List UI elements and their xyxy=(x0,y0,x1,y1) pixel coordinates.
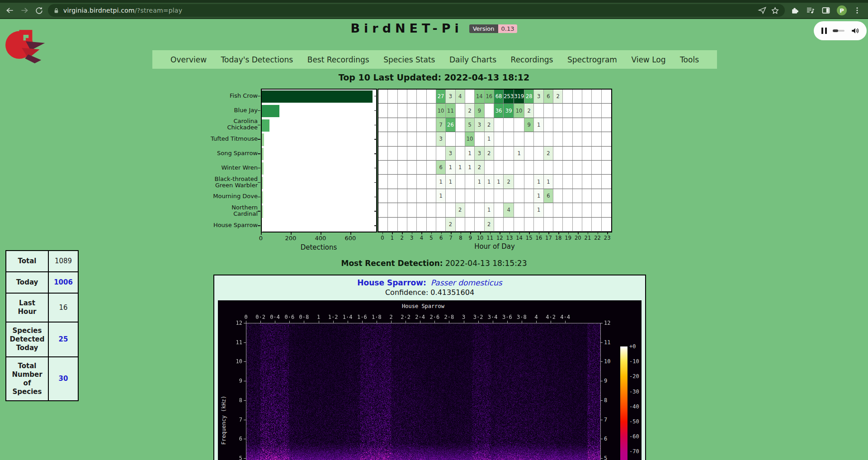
send-icon[interactable] xyxy=(758,6,767,15)
nav-item-best-recordings[interactable]: Best Recordings xyxy=(307,55,369,64)
nav-item-daily-charts[interactable]: Daily Charts xyxy=(449,55,496,64)
nav-item-tools[interactable]: Tools xyxy=(680,55,699,64)
main-nav: OverviewToday's DetectionsBest Recording… xyxy=(152,50,717,69)
nav-item-spectrogram[interactable]: Spectrogram xyxy=(567,55,617,64)
browser-menu-icon[interactable] xyxy=(853,6,861,14)
hour-tick xyxy=(382,232,383,234)
spectrogram: House Sparrow Frequency (kHz) 00·20·40·6… xyxy=(218,300,642,460)
audio-player[interactable] xyxy=(814,21,867,40)
audio-progress-bar[interactable] xyxy=(833,30,844,32)
heatmap-cell xyxy=(398,189,407,203)
species-label-tufted-titmouse: Tufted Titmouse xyxy=(154,132,258,146)
most-recent-label: Most Recent Detection: xyxy=(341,259,443,268)
hour-tick xyxy=(607,232,608,234)
most-recent-line: Most Recent Detection: 2022-04-13 18:15:… xyxy=(0,259,868,268)
bookmark-star-icon[interactable] xyxy=(771,6,779,15)
heatmap-cell xyxy=(592,90,601,104)
spectrogram-x-ticklabel: 1·8 xyxy=(370,314,383,320)
heatmap-cell xyxy=(465,175,475,189)
heatmap-cell xyxy=(592,132,601,146)
heatmap-cell xyxy=(573,203,582,217)
heatmap-cell xyxy=(446,189,455,203)
nav-item-recordings[interactable]: Recordings xyxy=(511,55,553,64)
media-controls-icon[interactable] xyxy=(806,6,815,15)
heatmap-cell xyxy=(582,132,592,146)
spectrogram-x-ticklabel: 1·6 xyxy=(356,314,368,320)
spectrogram-x-ticklabel: 3·2 xyxy=(472,314,485,320)
heatmap-cell: 7 xyxy=(436,118,446,132)
pause-button[interactable] xyxy=(821,28,827,34)
spectrogram-x-tick xyxy=(565,321,566,323)
url-bar[interactable]: virginia.birdnetpi.com/?stream=play xyxy=(48,4,785,17)
heatmap-cell xyxy=(456,189,465,203)
nav-item-overview[interactable]: Overview xyxy=(170,55,207,64)
heatmap-cell: 1 xyxy=(514,147,524,161)
bar-winter-wren xyxy=(262,162,264,175)
spectrogram-x-tick xyxy=(478,321,479,323)
heatmap-cell xyxy=(553,203,563,217)
heatmap-cell xyxy=(553,147,563,161)
heatmap-cell xyxy=(544,203,553,217)
bar-chart-panel xyxy=(261,89,377,232)
spectrogram-x-tick xyxy=(420,321,420,323)
reload-button[interactable] xyxy=(33,5,44,16)
heatmap-cell xyxy=(378,218,388,232)
heatmap-cell xyxy=(417,118,426,132)
side-panel-icon[interactable] xyxy=(821,6,830,15)
stats-value-total-number-of-species[interactable]: 30 xyxy=(48,357,78,401)
heatmap-cell xyxy=(494,203,504,217)
url-text: virginia.birdnetpi.com/?stream=play xyxy=(63,7,754,14)
hour-ticklabel: 19 xyxy=(563,235,573,241)
spectrogram-x-tick xyxy=(536,321,537,323)
volume-icon[interactable] xyxy=(850,26,859,35)
forward-arrow-icon xyxy=(20,6,29,15)
heatmap-cell: 2 xyxy=(465,104,475,118)
spectrogram-title: House Sparrow xyxy=(246,303,600,309)
stats-value-today[interactable]: 1006 xyxy=(48,272,78,293)
heatmap-cell xyxy=(592,203,601,217)
stats-row-total-number-of-species: Total Number of Species30 xyxy=(6,357,78,401)
heatmap-cell: 3 xyxy=(475,118,484,132)
detection-common-name[interactable]: House Sparrow: xyxy=(357,278,426,287)
heatmap-cell xyxy=(504,218,514,232)
heatmap-cell xyxy=(436,147,446,161)
stats-label: Total xyxy=(6,251,48,272)
heatmap-cell: 2 xyxy=(524,104,534,118)
heatmap-cell xyxy=(524,147,534,161)
heatmap-cell xyxy=(602,118,611,132)
detection-confidence: Confidence: 0.41351604 xyxy=(214,288,645,298)
detection-scientific-name: Passer domesticus xyxy=(431,278,502,287)
heatmap-cell xyxy=(388,203,397,217)
hour-ticklabel: 20 xyxy=(573,235,583,241)
spectrogram-y-tick xyxy=(244,342,246,343)
nav-item-today-s-detections[interactable]: Today's Detections xyxy=(221,55,293,64)
nav-item-view-log[interactable]: View Log xyxy=(631,55,665,64)
back-button[interactable] xyxy=(5,5,15,16)
heatmap-cell: 39 xyxy=(504,104,514,118)
nav-item-species-stats[interactable]: Species Stats xyxy=(383,55,435,64)
extensions-icon[interactable] xyxy=(790,6,799,15)
y-tick xyxy=(258,168,260,169)
heatmap-cell: 2 xyxy=(485,218,494,232)
heatmap-cell: 2 xyxy=(544,147,553,161)
browser-actions: P xyxy=(788,5,863,15)
heatmap-cell: 3 xyxy=(436,132,446,146)
heatmap-cell xyxy=(485,189,494,203)
hour-ticklabel: 16 xyxy=(534,235,544,241)
y-tick xyxy=(374,211,377,212)
bar-blue-jay xyxy=(262,105,279,117)
heatmap-cell xyxy=(407,161,417,175)
heatmap-cell xyxy=(417,90,426,104)
heatmap-cell xyxy=(427,189,436,203)
heatmap-cell xyxy=(602,203,611,217)
heatmap-cell xyxy=(602,104,611,118)
heatmap-cell xyxy=(378,104,388,118)
spectrogram-y-tick xyxy=(600,361,603,362)
stats-value-species-detected-today[interactable]: 25 xyxy=(48,322,78,357)
spectrogram-x-ticklabel: 3 xyxy=(458,314,470,320)
profile-avatar[interactable]: P xyxy=(837,5,847,15)
forward-button[interactable] xyxy=(19,5,30,16)
heatmap-cell xyxy=(573,161,582,175)
bar-x-ticklabel: 200 xyxy=(281,235,301,242)
y-tick xyxy=(258,125,260,126)
